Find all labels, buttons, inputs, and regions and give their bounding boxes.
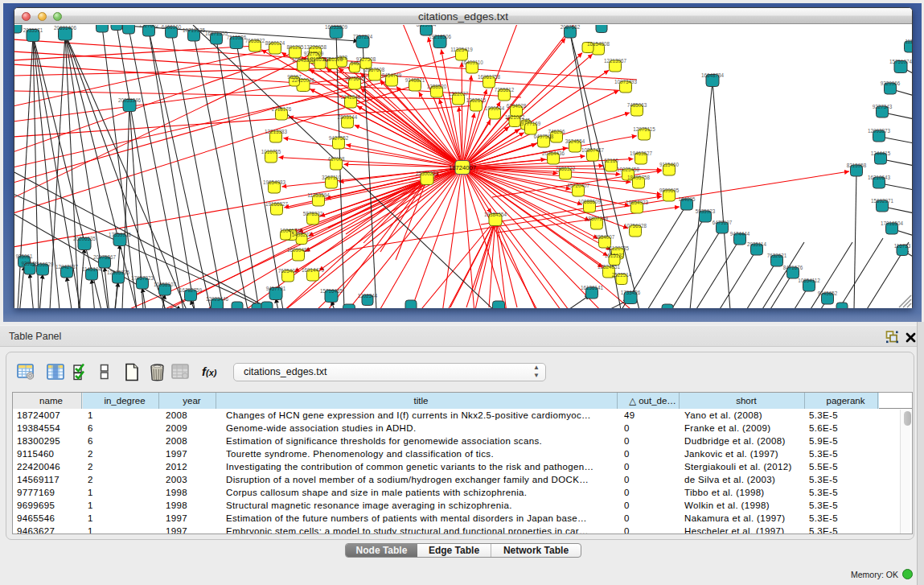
svg-text:10543362: 10543362 (292, 57, 315, 63)
svg-text:9427552: 9427552 (329, 135, 349, 141)
svg-text:2035571: 2035571 (23, 27, 43, 33)
svg-text:7632621: 7632621 (767, 253, 787, 258)
svg-text:12942737: 12942737 (55, 264, 79, 270)
svg-text:19463627: 19463627 (630, 150, 653, 156)
svg-text:6466160: 6466160 (162, 25, 182, 30)
svg-text:98967: 98967 (287, 74, 302, 80)
svg-text:15716485: 15716485 (320, 288, 343, 294)
svg-text:17016504: 17016504 (881, 220, 904, 226)
svg-text:9474444: 9474444 (730, 231, 750, 237)
svg-text:9327509: 9327509 (304, 51, 324, 56)
svg-text:7357224: 7357224 (353, 34, 373, 39)
svg-text:12975115: 12975115 (633, 126, 655, 132)
svg-text:5935923: 5935923 (696, 208, 716, 214)
svg-text:16210643: 16210643 (868, 175, 891, 180)
svg-text:16961758: 16961758 (478, 74, 501, 80)
svg-text:19166827: 19166827 (265, 201, 289, 207)
svg-text:12505135: 12505135 (107, 270, 130, 275)
svg-text:9115460: 9115460 (659, 162, 680, 167)
svg-text:1388520: 1388520 (427, 84, 447, 89)
svg-text:9227343: 9227343 (873, 104, 893, 109)
svg-text:20975867: 20975867 (93, 254, 117, 260)
svg-text:20206535: 20206535 (73, 236, 97, 241)
svg-text:16671355: 16671355 (205, 31, 228, 36)
svg-text:20364436: 20364436 (542, 150, 565, 156)
svg-text:20691406: 20691406 (54, 25, 77, 31)
svg-text:9329966: 9329966 (881, 80, 901, 86)
svg-text:11156829: 11156829 (31, 262, 54, 267)
svg-text:116753: 116753 (894, 243, 911, 249)
svg-text:45720407: 45720407 (567, 183, 590, 188)
svg-text:18495758: 18495758 (627, 175, 651, 180)
svg-text:18807249: 18807249 (585, 216, 609, 221)
svg-text:5878332: 5878332 (303, 211, 323, 216)
svg-text:1615132: 1615132 (605, 253, 625, 258)
svg-text:1362615: 1362615 (466, 97, 487, 103)
svg-text:7625402: 7625402 (278, 268, 298, 274)
svg-text:6794028: 6794028 (507, 103, 527, 109)
svg-text:9457791: 9457791 (266, 286, 286, 291)
svg-text:10653257: 10653257 (117, 25, 141, 26)
svg-text:25300233: 25300233 (416, 171, 439, 176)
svg-text:15751074: 15751074 (889, 59, 912, 64)
svg-text:16648784: 16648784 (701, 72, 725, 78)
svg-text:12213967: 12213967 (604, 58, 627, 64)
svg-text:11325419: 11325419 (450, 47, 473, 52)
svg-text:10688609: 10688609 (578, 199, 602, 204)
svg-text:15692971: 15692971 (871, 198, 894, 204)
svg-text:9884007: 9884007 (595, 234, 615, 240)
svg-text:2242848: 2242848 (341, 94, 361, 100)
svg-text:3267110: 3267110 (322, 175, 342, 180)
svg-text:1010755: 1010755 (261, 149, 281, 154)
svg-text:10046798: 10046798 (280, 228, 303, 233)
svg-text:8215958: 8215958 (847, 163, 867, 168)
svg-text:19654923: 19654923 (626, 200, 649, 205)
svg-text:1145194: 1145194 (82, 266, 102, 272)
svg-text:10807487: 10807487 (581, 147, 605, 153)
svg-text:13226058: 13226058 (304, 44, 327, 50)
svg-text:11353594: 11353594 (307, 192, 330, 198)
svg-text:17957223: 17957223 (131, 275, 154, 281)
svg-text:9327508: 9327508 (356, 56, 376, 62)
svg-text:19654983: 19654983 (263, 179, 286, 185)
svg-text:12093873: 12093873 (868, 128, 891, 134)
svg-text:12023446: 12023446 (206, 296, 229, 302)
svg-text:7355812: 7355812 (495, 87, 515, 93)
svg-text:9899695: 9899695 (659, 187, 680, 193)
svg-text:1527602: 1527602 (139, 25, 159, 28)
svg-text:17359926: 17359926 (109, 232, 132, 237)
svg-text:1007437: 1007437 (592, 25, 612, 26)
svg-text:16099489: 16099489 (287, 247, 310, 253)
svg-text:9777169: 9777169 (521, 121, 541, 126)
svg-text:16154808: 16154808 (587, 41, 610, 47)
svg-text:1322037: 1322037 (449, 91, 469, 97)
svg-text:7886322: 7886322 (556, 166, 576, 171)
svg-text:16782759: 16782759 (179, 287, 203, 293)
svg-text:1202344: 1202344 (358, 293, 378, 299)
svg-text:16033809: 16033809 (325, 25, 348, 30)
svg-text:8660124: 8660124 (265, 40, 285, 46)
svg-text:2718176: 2718176 (272, 106, 292, 112)
svg-text:18724007: 18724007 (449, 164, 476, 171)
svg-text:13524851: 13524851 (598, 264, 621, 270)
svg-text:19384554: 19384554 (484, 212, 507, 217)
svg-text:19218506: 19218506 (429, 34, 452, 39)
svg-text:2935114: 2935114 (747, 241, 767, 247)
svg-text:2087652: 2087652 (561, 25, 581, 30)
svg-text:12213383: 12213383 (265, 129, 288, 134)
svg-text:10025458: 10025458 (617, 167, 640, 172)
svg-text:1244415: 1244415 (871, 150, 891, 156)
svg-text:1117: 1117 (905, 39, 912, 44)
svg-text:9245652: 9245652 (818, 290, 838, 296)
svg-text:10719135: 10719135 (183, 27, 206, 33)
svg-text:20053346: 20053346 (118, 97, 142, 103)
svg-text:1733426: 1733426 (621, 290, 641, 295)
svg-text:164095: 164095 (678, 196, 696, 202)
svg-text:8471676: 8471676 (783, 265, 803, 270)
svg-text:6497568: 6497568 (534, 134, 554, 139)
svg-text:2522514: 2522514 (612, 272, 632, 278)
svg-text:16120785: 16120785 (606, 245, 630, 251)
svg-text:9146821: 9146821 (405, 77, 425, 83)
svg-text:7515526: 7515526 (227, 35, 247, 40)
svg-text:2803144: 2803144 (338, 114, 358, 120)
